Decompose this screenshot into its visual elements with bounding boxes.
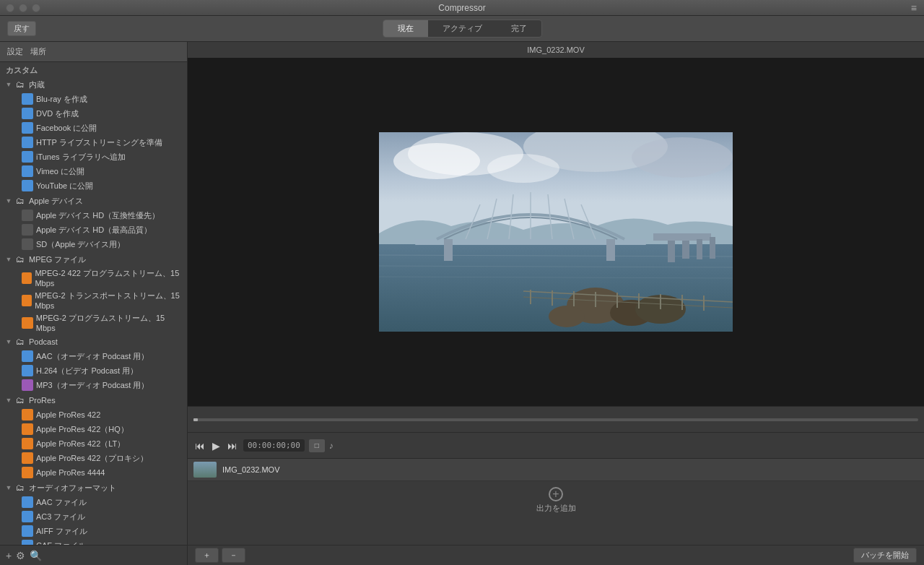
sidebar-item-mpeg2-transport[interactable]: MPEG-2 トランスポートストリーム、15 Mbps bbox=[0, 289, 187, 311]
item-icon bbox=[22, 511, 33, 522]
sidebar-bottom-bar: + ⚙ 🔍 bbox=[0, 545, 187, 565]
play-button[interactable]: ▶ bbox=[211, 440, 222, 452]
group-label-mpeg: MPEG ファイル bbox=[29, 254, 86, 265]
sidebar-item-prores4444[interactable]: Apple ProRes 4444 bbox=[0, 465, 187, 480]
sidebar-item-vimeo[interactable]: Vimeo に公開 bbox=[0, 164, 187, 178]
group-icon-apple: 🗂 bbox=[14, 195, 26, 207]
close-button[interactable] bbox=[6, 4, 14, 12]
sidebar-item-bluray[interactable]: Blu-ray を作成 bbox=[0, 92, 187, 106]
svg-rect-18 bbox=[444, 239, 453, 261]
item-icon bbox=[22, 452, 33, 464]
sidebar-item-apple-hd-best[interactable]: Apple デバイス HD（最高品質） bbox=[0, 223, 187, 237]
sidebar-item-apple-sd[interactable]: SD（Apple デバイス用） bbox=[0, 237, 187, 251]
sidebar: 設定 場所 カスタム 🗂 内蔵 Blu-ray を作成 DVD を作成 bbox=[0, 42, 188, 565]
main-toolbar: 戻す 現在 アクティブ 完了 bbox=[0, 16, 924, 42]
volume-button[interactable]: □ bbox=[309, 439, 325, 452]
sidebar-group-prores-header[interactable]: 🗂 ProRes bbox=[0, 393, 187, 407]
item-icon bbox=[22, 180, 33, 191]
sidebar-group-audio: 🗂 オーディオフォーマット AAC ファイル AC3 ファイル AIFF ファイ… bbox=[0, 480, 187, 545]
sidebar-group-apple-devices: 🗂 Apple デバイス Apple デバイス HD（互換性優先） Apple … bbox=[0, 194, 187, 251]
job-filename: IMG_0232.MOV bbox=[222, 465, 279, 474]
back-button[interactable]: 戻す bbox=[7, 21, 36, 36]
item-icon bbox=[22, 295, 32, 306]
sidebar-item-apple-hd-compat[interactable]: Apple デバイス HD（互換性優先） bbox=[0, 208, 187, 223]
window-buttons bbox=[6, 4, 40, 12]
item-icon bbox=[22, 525, 33, 537]
sidebar-item-mp3-podcast[interactable]: MP3（オーディオ Podcast 用） bbox=[0, 378, 187, 392]
titlebar: Compressor ≡ bbox=[0, 0, 924, 16]
sidebar-item-prores422proxy[interactable]: Apple ProRes 422（プロキシ） bbox=[0, 451, 187, 465]
fast-forward-button[interactable]: ⏭ bbox=[226, 440, 239, 452]
item-icon bbox=[22, 224, 33, 236]
tab-active[interactable]: アクティブ bbox=[428, 20, 497, 37]
expand-icon-prores bbox=[4, 396, 13, 405]
subtoolbar-settings[interactable]: 設定 bbox=[7, 46, 23, 57]
item-icon bbox=[22, 137, 33, 148]
tab-current[interactable]: 現在 bbox=[383, 20, 428, 37]
sidebar-item-http[interactable]: HTTP ライブストリーミングを準備 bbox=[0, 135, 187, 150]
sidebar-item-dvd[interactable]: DVD を作成 bbox=[0, 106, 187, 121]
expand-icon-builtin bbox=[4, 80, 13, 89]
item-icon bbox=[22, 409, 33, 420]
sidebar-custom-header: カスタム bbox=[0, 62, 187, 77]
svg-rect-23 bbox=[697, 239, 702, 259]
bottom-left-controls: ＋ － bbox=[195, 548, 245, 563]
add-job-button[interactable]: ＋ bbox=[195, 548, 219, 563]
sidebar-item-prores422lt[interactable]: Apple ProRes 422（LT） bbox=[0, 436, 187, 451]
right-panel: IMG_0232.MOV bbox=[188, 42, 924, 565]
sidebar-item-aac-file[interactable]: AAC ファイル bbox=[0, 495, 187, 509]
search-button[interactable]: 🔍 bbox=[30, 550, 42, 561]
sidebar-item-caf[interactable]: CAF ファイル bbox=[0, 538, 187, 545]
item-icon bbox=[22, 238, 33, 250]
add-output-area[interactable]: + 出力を追加 bbox=[188, 481, 924, 519]
sidebar-group-mpeg-header[interactable]: 🗂 MPEG ファイル bbox=[0, 252, 187, 267]
preview-filename: IMG_0232.MOV bbox=[527, 46, 584, 54]
group-label-audio: オーディオフォーマット bbox=[29, 483, 116, 493]
timecode-display: 00:00:00;00 bbox=[243, 439, 305, 452]
sidebar-item-prores422[interactable]: Apple ProRes 422 bbox=[0, 407, 187, 422]
sidebar-item-mpeg2-program[interactable]: MPEG-2 プログラムストリーム、15 Mbps bbox=[0, 311, 187, 334]
sidebar-item-h264-podcast[interactable]: H.264（ビデオ Podcast 用） bbox=[0, 363, 187, 378]
sidebar-item-facebook[interactable]: Facebook に公開 bbox=[0, 121, 187, 135]
sidebar-group-mpeg: 🗂 MPEG ファイル MPEG-2 422 プログラムストリーム、15 Mbp… bbox=[0, 252, 187, 334]
sidebar-item-aac-podcast[interactable]: AAC（オーディオ Podcast 用） bbox=[0, 349, 187, 363]
sidebar-group-podcast: 🗂 Podcast AAC（オーディオ Podcast 用） H.264（ビデオ… bbox=[0, 335, 187, 392]
sidebar-item-youtube[interactable]: YouTube に公開 bbox=[0, 178, 187, 193]
sidebar-item-aiff[interactable]: AIFF ファイル bbox=[0, 524, 187, 538]
sidebar-item-itunes[interactable]: iTunes ライブラリへ追加 bbox=[0, 150, 187, 164]
item-icon bbox=[22, 317, 33, 329]
minimize-button[interactable] bbox=[19, 4, 27, 12]
svg-rect-24 bbox=[710, 237, 715, 259]
sidebar-item-prores422hq[interactable]: Apple ProRes 422（HQ） bbox=[0, 422, 187, 436]
item-icon bbox=[22, 122, 33, 134]
tab-completed[interactable]: 完了 bbox=[497, 20, 541, 37]
settings-button[interactable]: ⚙ bbox=[16, 550, 25, 561]
item-icon bbox=[22, 379, 33, 391]
expand-icon-audio bbox=[4, 483, 13, 492]
add-button[interactable]: + bbox=[6, 550, 12, 561]
maximize-button[interactable] bbox=[32, 4, 40, 12]
menu-icon[interactable]: ≡ bbox=[911, 2, 917, 14]
sidebar-group-apple-header[interactable]: 🗂 Apple デバイス bbox=[0, 194, 187, 208]
video-background bbox=[379, 132, 733, 332]
item-icon bbox=[22, 438, 33, 449]
svg-point-4 bbox=[632, 137, 733, 178]
scrubber-thumb bbox=[193, 418, 198, 421]
sidebar-group-podcast-header[interactable]: 🗂 Podcast bbox=[0, 335, 187, 349]
item-icon bbox=[22, 350, 33, 362]
item-icon bbox=[22, 210, 33, 221]
item-icon bbox=[22, 365, 33, 376]
expand-icon-apple bbox=[4, 197, 13, 205]
sidebar-group-builtin-header[interactable]: 🗂 内蔵 bbox=[0, 77, 187, 92]
sidebar-item-ac3[interactable]: AC3 ファイル bbox=[0, 509, 187, 524]
item-icon bbox=[22, 540, 33, 545]
subtoolbar-location[interactable]: 場所 bbox=[30, 46, 46, 57]
item-icon bbox=[22, 93, 33, 105]
sidebar-group-audio-header[interactable]: 🗂 オーディオフォーマット bbox=[0, 480, 187, 495]
remove-job-button[interactable]: － bbox=[222, 548, 245, 563]
scrubber-bar[interactable] bbox=[193, 418, 918, 421]
rewind-button[interactable]: ⏮ bbox=[193, 440, 206, 452]
sidebar-item-mpeg422[interactable]: MPEG-2 422 プログラムストリーム、15 Mbps bbox=[0, 267, 187, 289]
expand-icon-podcast bbox=[4, 337, 13, 346]
start-batch-button[interactable]: バッチを開始 bbox=[853, 548, 917, 563]
